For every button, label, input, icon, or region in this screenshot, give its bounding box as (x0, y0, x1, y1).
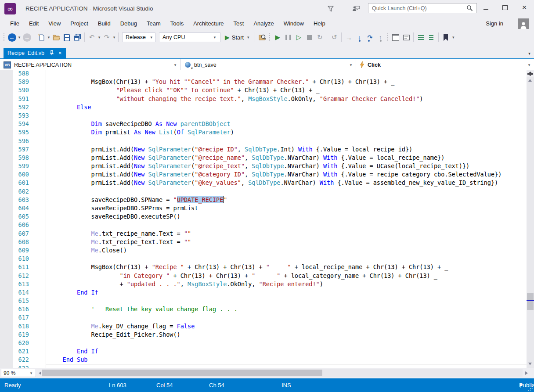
menu-architecture[interactable]: Architecture (188, 18, 228, 29)
feedback-filter-icon[interactable] (326, 4, 336, 13)
platform-combobox[interactable]: Any CPU ▾ (159, 32, 220, 42)
step-play-icon[interactable]: ▷ (293, 32, 304, 43)
redo-icon[interactable]: ↷ (101, 32, 112, 43)
pin-icon[interactable] (49, 50, 54, 57)
code-line-606[interactable] (48, 221, 527, 229)
sign-in-link[interactable]: Sign in (486, 20, 503, 27)
immediate-window-icon[interactable] (401, 32, 411, 43)
step-over-icon[interactable]: ↷ (364, 32, 375, 43)
code-line-623[interactable] (48, 364, 527, 368)
vertical-scrollbar[interactable] (527, 70, 534, 368)
breakpoints-window-icon[interactable] (390, 32, 401, 43)
menu-file[interactable]: File (5, 18, 24, 29)
menu-analyze[interactable]: Analyze (249, 18, 278, 29)
code-line-593[interactable] (48, 111, 527, 120)
code-line-607[interactable]: Me.txt_recipe_name.Text = "" (48, 230, 527, 238)
code-line-605[interactable]: saveRecipeDBO.executeSP() (48, 212, 527, 221)
scroll-up-icon[interactable] (528, 79, 532, 82)
code-line-592[interactable]: Else (48, 103, 527, 111)
menu-team[interactable]: Team (142, 18, 166, 29)
menu-view[interactable]: View (43, 18, 65, 29)
nav-forward-icon[interactable]: → (22, 32, 32, 43)
code-line-596[interactable] (48, 137, 527, 145)
code-line-620[interactable] (48, 339, 527, 347)
tab-recipe-edit[interactable]: Recipe_Edit.vb × (4, 48, 66, 58)
object-dropdown[interactable]: btn_save ▾ (180, 59, 356, 70)
start-dropdown-icon[interactable]: ▾ (246, 35, 250, 40)
menu-test[interactable]: Test (229, 18, 249, 29)
code-line-611[interactable]: MsgBox(Chr(13) + "Recipe " + Chr(13) + C… (48, 263, 527, 271)
redo-dropdown-icon[interactable]: ▾ (112, 35, 116, 40)
save-all-icon[interactable] (72, 32, 83, 43)
code-line-589[interactable]: MsgBox(Chr(13) + "You hit ""Cancel"" in … (48, 78, 527, 86)
show-next-statement-icon[interactable]: → (343, 32, 354, 43)
code-line-590[interactable]: "Please click ""OK"" to continue" + Chr(… (48, 86, 527, 94)
save-icon[interactable] (61, 32, 72, 43)
menu-help[interactable]: Help (309, 18, 330, 29)
code-line-603[interactable]: saveRecipeDBO.SPName = "UPDATE_RECIPE" (48, 196, 527, 204)
code-line-601[interactable]: prmList.Add(New SqlParameter("@key_value… (48, 179, 527, 187)
step-into-icon[interactable]: ↓ (354, 32, 364, 43)
undo-icon[interactable]: ↶ (87, 32, 97, 43)
new-file-icon[interactable] (36, 32, 47, 43)
menu-debug[interactable]: Debug (115, 18, 142, 29)
code-line-604[interactable]: saveRecipeDBO.SPPrms = prmList (48, 204, 527, 212)
comment-lines-icon[interactable] (415, 32, 426, 43)
code-line-594[interactable]: Dim saveRecipeDBO As New parentDBObject (48, 120, 527, 128)
code-line-619[interactable]: Recipe_Edit_Picker.Show() (48, 331, 527, 339)
code-line-615[interactable] (48, 297, 527, 305)
nav-back-dropdown-icon[interactable]: ▾ (17, 35, 22, 40)
run-icon[interactable]: ▶ (272, 32, 283, 43)
nav-back-icon[interactable]: ← (7, 32, 17, 43)
selected-text[interactable]: UPDATE_RECIPE (177, 196, 224, 203)
menu-window[interactable]: Window (279, 18, 309, 29)
scroll-left-icon[interactable] (39, 371, 41, 375)
menu-project[interactable]: Project (65, 18, 93, 29)
zoom-combobox[interactable]: 90 % ▾ (1, 369, 36, 377)
user-avatar-icon[interactable] (518, 18, 529, 29)
minimize-icon[interactable] (478, 2, 494, 13)
uncomment-lines-icon[interactable] (426, 32, 437, 43)
code-line-612[interactable]: "in Category " + Chr(13) + Chr(13) + " "… (48, 272, 527, 280)
code-content[interactable]: MsgBox(Chr(13) + "You hit ""Cancel"" in … (48, 70, 527, 368)
undo-dropdown-icon[interactable]: ▾ (97, 35, 101, 40)
project-dropdown[interactable]: VB RECIPE APPLICATION ▾ (0, 59, 180, 70)
code-line-614[interactable]: End If (48, 288, 527, 297)
code-line-598[interactable]: prmList.Add(New SqlParameter("@recipe_na… (48, 154, 527, 162)
tab-overflow-icon[interactable]: ▾ (528, 51, 530, 56)
tab-close-icon[interactable]: × (58, 50, 62, 56)
stop-icon[interactable] (304, 32, 314, 43)
horizontal-scrollbar-thumb[interactable] (42, 370, 322, 376)
code-line-588[interactable] (48, 70, 527, 78)
open-file-icon[interactable] (51, 32, 61, 43)
quick-launch-search[interactable]: Quick Launch (Ctrl+Q) (368, 3, 477, 13)
refresh-icon[interactable]: ↺ (329, 32, 339, 43)
pause-icon[interactable] (283, 32, 293, 43)
configuration-combobox[interactable]: Release ▾ (122, 32, 155, 42)
toolbar-overflow-grip[interactable] (387, 33, 389, 42)
menu-tools[interactable]: Tools (166, 18, 188, 29)
send-feedback-icon[interactable] (351, 4, 361, 13)
restart-icon[interactable]: ↻ (314, 32, 325, 43)
code-line-616[interactable]: ' Reset the key value change flag . . . (48, 305, 527, 313)
code-line-617[interactable] (48, 313, 527, 322)
code-line-610[interactable] (48, 255, 527, 263)
new-file-dropdown-icon[interactable]: ▾ (47, 35, 51, 40)
code-editor[interactable]: 5885895905915925935945955965975985996006… (0, 70, 527, 368)
find-in-files-icon[interactable] (257, 32, 267, 43)
scroll-right-icon[interactable] (525, 371, 528, 375)
horizontal-scrollbar[interactable] (42, 369, 523, 377)
code-line-609[interactable]: Me.Close() (48, 246, 527, 255)
toolbar-overflow-grip[interactable] (269, 33, 271, 42)
event-dropdown[interactable]: Click ▾ (356, 59, 534, 70)
code-line-595[interactable]: Dim prmList As New List(Of SqlParameter) (48, 128, 527, 137)
code-line-597[interactable]: prmList.Add(New SqlParameter("@recipe_ID… (48, 145, 527, 154)
code-line-618[interactable]: Me.key_DV_change_flag = False (48, 322, 527, 331)
scroll-down-icon[interactable] (528, 363, 532, 365)
bookmark-icon[interactable] (440, 32, 451, 43)
splitter-icon[interactable] (527, 70, 534, 77)
code-line-602[interactable] (48, 187, 527, 196)
vertical-scrollbar-thumb[interactable] (527, 293, 534, 310)
menu-build[interactable]: Build (93, 18, 115, 29)
search-icon[interactable] (466, 5, 473, 11)
